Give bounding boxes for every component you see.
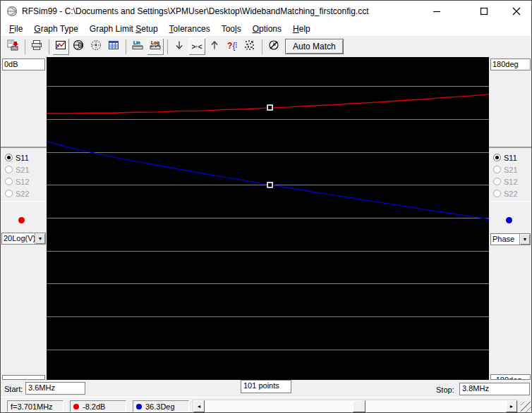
trace-0 — [47, 94, 489, 113]
query-brace-icon: ? { — [226, 39, 238, 54]
chevron-down-icon: ▼ — [35, 233, 45, 244]
right-format-dropdown[interactable]: Phase ▼ — [490, 233, 531, 245]
resize-grip[interactable] — [521, 402, 531, 412]
radio-icon — [493, 166, 501, 173]
left-bottom-limit-input[interactable] — [2, 375, 45, 380]
trace-1 — [47, 142, 489, 219]
scrollbar-right-button[interactable]: ► — [506, 400, 517, 412]
trace-marker[interactable] — [267, 105, 272, 110]
smith-chart-icon — [73, 39, 84, 54]
right-channel-group: S11 S21 S12 S22 — [489, 147, 531, 202]
radio-icon — [493, 178, 501, 185]
scale-down-button[interactable] — [171, 38, 188, 55]
right-radio-s11[interactable]: S11 — [493, 153, 517, 162]
stop-frequency-input[interactable]: 3.8MHz — [459, 383, 530, 395]
close-button[interactable] — [502, 1, 531, 22]
converge-arrows-icon: >·< — [191, 43, 202, 51]
left-top-limit-input[interactable]: 0dB — [2, 58, 45, 70]
right-axis-panel: 180deg S11 S21 S12 S22 Phase ▼ -180 — [489, 57, 531, 380]
menu-tolerances[interactable]: Tolerances — [164, 22, 216, 36]
menu-help[interactable]: Help — [287, 22, 316, 36]
up-arrow-icon — [209, 39, 220, 54]
left-radio-s22[interactable]: S22 — [5, 189, 30, 198]
graph-plot[interactable] — [47, 57, 489, 380]
table-icon — [108, 39, 119, 54]
query-component-button[interactable]: ? { — [224, 38, 241, 55]
app-smith-chart-icon — [6, 6, 18, 20]
right-radio-s21[interactable]: S21 — [493, 165, 518, 174]
left-radio-s21[interactable]: S21 — [5, 165, 30, 174]
polar-chart-button[interactable] — [87, 38, 104, 55]
radio-icon — [5, 154, 13, 161]
blue-marker-dot-icon — [136, 404, 142, 409]
menu-file[interactable]: File — [4, 22, 28, 36]
left-trace-color-dot — [18, 217, 25, 223]
radio-icon — [493, 154, 501, 161]
scale-up-button[interactable] — [206, 38, 223, 55]
toolbar-separator — [262, 39, 262, 54]
svg-text:Lin: Lin — [133, 40, 140, 45]
log-scale-button[interactable]: Log — [147, 38, 164, 55]
circle-slash-icon — [268, 39, 279, 54]
print-icon — [31, 39, 42, 54]
linear-scale-icon: Lin — [131, 39, 144, 54]
save-icon — [7, 39, 19, 54]
right-bottom-limit-input[interactable]: -180deg — [490, 374, 531, 380]
scrollbar-left-button[interactable]: ◄ — [193, 400, 205, 412]
rect-graph-icon — [55, 39, 66, 54]
toolbar-separator — [126, 39, 126, 54]
marker-scrollbar[interactable]: ◄ ► — [193, 400, 518, 413]
radio-icon — [493, 190, 501, 197]
menu-options[interactable]: Options — [247, 22, 287, 36]
toolbar-separator — [49, 39, 49, 54]
print-button[interactable] — [28, 38, 45, 55]
radio-icon — [5, 178, 13, 185]
table-button[interactable] — [105, 38, 122, 55]
left-radio-s12[interactable]: S12 — [5, 177, 30, 186]
menu-graph-type[interactable]: Graph Type — [28, 22, 84, 36]
start-frequency-input[interactable]: 3.6MHz — [25, 382, 85, 395]
right-trace-color-dot — [506, 217, 512, 223]
scrollbar-thumb[interactable] — [353, 400, 365, 412]
smith-chart-button[interactable] — [70, 38, 87, 55]
autoscale-button[interactable]: >·< — [188, 38, 205, 55]
log-scale-icon: Log — [149, 39, 162, 54]
trace-marker[interactable] — [267, 183, 272, 187]
rect-graph-button[interactable] — [52, 38, 69, 55]
right-radio-s12[interactable]: S12 — [493, 177, 518, 186]
left-format-dropdown[interactable]: 20Log(V) ▼ — [1, 233, 46, 245]
right-arrow-icon: ► — [509, 404, 514, 409]
svg-text:{: { — [233, 41, 236, 51]
dither-stamp-icon — [244, 39, 255, 54]
polar-chart-icon — [90, 39, 102, 54]
maximize-button[interactable] — [470, 1, 498, 22]
toolbar-separator — [167, 39, 168, 54]
marker-frequency-readout: f=3.701MHz — [7, 400, 64, 412]
svg-text:Log: Log — [151, 40, 159, 46]
minimize-icon — [433, 7, 441, 16]
minimize-button[interactable] — [423, 1, 451, 22]
radio-icon — [5, 166, 13, 173]
down-arrow-icon — [174, 39, 185, 54]
close-icon — [512, 7, 521, 16]
maximize-icon — [480, 7, 488, 16]
svg-text:?: ? — [227, 41, 232, 51]
status-bar: f=3.701MHz -8.2dB 36.3Deg ◄ ► — [1, 397, 531, 412]
delay-button[interactable] — [265, 38, 282, 55]
left-radio-s11[interactable]: S11 — [5, 153, 29, 162]
graph-area[interactable] — [47, 57, 489, 380]
tolerance-analysis-button[interactable] — [241, 38, 258, 55]
right-top-limit-input[interactable]: 180deg — [490, 58, 531, 70]
stop-label: Stop: — [436, 386, 454, 394]
left-axis-panel: 0dB S11 S21 S12 S22 20Log(V) ▼ — [1, 57, 47, 380]
linear-scale-button[interactable]: Lin — [129, 38, 146, 55]
left-channel-group: S11 S21 S12 S22 — [1, 147, 47, 202]
menu-tools[interactable]: Tools — [216, 22, 247, 36]
menu-graph-limit-setup[interactable]: Graph Limit Setup — [84, 22, 164, 36]
marker-magnitude-readout: -8.2dB — [70, 400, 126, 412]
auto-match-button[interactable]: Auto Match — [285, 39, 344, 54]
right-radio-s22[interactable]: S22 — [493, 189, 518, 198]
title-bar: RFSim99 - C:\Documents and Settings\XPMU… — [1, 1, 531, 22]
save-button[interactable] — [4, 38, 21, 55]
points-input[interactable]: 101 points — [241, 380, 291, 393]
